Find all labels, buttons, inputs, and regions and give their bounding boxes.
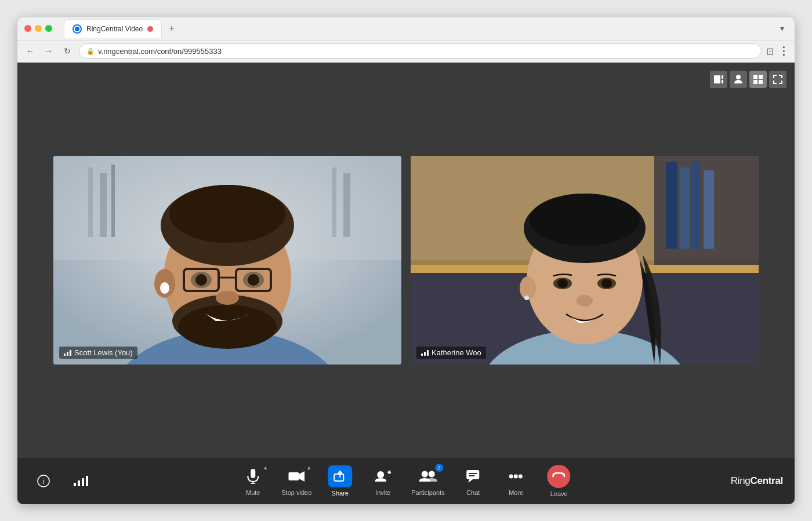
svg-rect-4 <box>111 165 115 237</box>
more-button[interactable]: More <box>502 466 531 496</box>
svg-point-63 <box>514 474 518 478</box>
speaker-view-button[interactable] <box>710 71 727 88</box>
svg-point-65 <box>557 475 561 478</box>
svg-rect-28 <box>666 162 677 249</box>
svg-point-45 <box>577 295 593 307</box>
address-bar-row: ← → ↻ 🔒 v.ringcentral.com/conf/on/999555… <box>17 41 795 63</box>
svg-text:i: i <box>43 478 45 486</box>
brand-name: RingCentral <box>731 475 783 486</box>
browser-menu-icon[interactable]: ⋮ <box>778 45 789 57</box>
katherine-signal <box>421 349 429 356</box>
fullscreen-button[interactable] <box>769 71 786 88</box>
info-button[interactable]: i <box>29 471 58 491</box>
scott-signal <box>64 349 71 356</box>
more-label: More <box>509 489 523 496</box>
svg-point-54 <box>377 471 384 478</box>
leave-label: Leave <box>550 490 568 497</box>
stop-video-icon: ▲ <box>286 466 307 487</box>
browser-window: RingCentral Video + ▾ ← → ↻ 🔒 v.ringcent… <box>17 17 795 504</box>
stop-video-chevron: ▲ <box>306 465 311 471</box>
share-button[interactable]: Share <box>325 465 354 497</box>
more-icon <box>506 466 527 487</box>
svg-point-23 <box>216 291 239 305</box>
svg-rect-31 <box>704 170 714 249</box>
svg-rect-52 <box>334 474 343 481</box>
profile-icon[interactable]: ▾ <box>776 23 788 34</box>
view-controls <box>710 71 786 88</box>
toolbar-center: ▲ Mute ▲ Stop video <box>238 465 573 497</box>
stop-video-label: Stop video <box>281 489 311 496</box>
invite-label: Invite <box>375 489 390 496</box>
svg-point-43 <box>557 279 568 288</box>
close-button[interactable] <box>24 25 31 32</box>
scott-portrait <box>53 156 401 365</box>
minimize-button[interactable] <box>35 25 42 32</box>
person-view-button[interactable] <box>730 71 747 88</box>
maximize-button[interactable] <box>45 25 52 32</box>
svg-rect-29 <box>680 167 690 249</box>
url-text: v.ringcentral.com/conf/on/999555333 <box>98 47 222 56</box>
svg-rect-48 <box>251 469 255 478</box>
address-bar[interactable]: 🔒 v.ringcentral.com/conf/on/999555333 <box>79 43 762 59</box>
participants-badge: 2 <box>435 464 443 472</box>
camera-icon[interactable]: ⊡ <box>766 46 774 57</box>
active-tab[interactable]: RingCentral Video <box>64 19 162 38</box>
leave-button[interactable]: Leave <box>545 465 574 497</box>
tab-close[interactable] <box>147 26 153 32</box>
leave-icon <box>548 465 571 488</box>
share-label: Share <box>332 490 349 497</box>
svg-rect-2 <box>88 167 93 237</box>
svg-point-57 <box>421 471 427 477</box>
forward-button[interactable]: → <box>42 44 56 58</box>
video-feed-scott: Scott Lewis (You) <box>53 156 401 365</box>
svg-point-11 <box>169 185 285 243</box>
stop-video-button[interactable]: ▲ Stop video <box>281 466 311 496</box>
svg-rect-30 <box>692 162 700 249</box>
titlebar-right: ▾ <box>776 23 788 34</box>
tab-title: RingCentral Video <box>86 25 143 33</box>
svg-point-38 <box>530 194 640 246</box>
katherine-name-tag: Katherine Woo <box>416 347 486 359</box>
svg-point-40 <box>524 296 529 300</box>
svg-rect-6 <box>343 173 350 237</box>
scott-name-tag: Scott Lewis (You) <box>59 347 137 359</box>
mute-label: Mute <box>246 489 260 496</box>
signal-strength-indicator <box>66 471 95 491</box>
mute-icon: ▲ <box>242 466 263 487</box>
participants-icon: 2 <box>418 466 438 487</box>
toolbar: i <box>17 458 795 504</box>
mute-button[interactable]: ▲ Mute <box>238 466 267 496</box>
browser-titlebar: RingCentral Video + ▾ <box>17 17 795 41</box>
svg-point-22 <box>160 282 169 294</box>
video-area: Scott Lewis (You) <box>17 63 795 504</box>
grid-view-button[interactable] <box>749 71 767 88</box>
chat-button[interactable]: Chat <box>459 466 488 496</box>
share-icon <box>328 465 352 487</box>
traffic-lights <box>24 25 52 32</box>
svg-point-62 <box>509 474 513 478</box>
katherine-portrait <box>411 156 759 365</box>
refresh-button[interactable]: ↻ <box>60 44 74 58</box>
svg-point-21 <box>248 274 259 286</box>
svg-point-44 <box>601 279 612 288</box>
svg-rect-5 <box>332 167 336 237</box>
invite-icon <box>372 466 393 487</box>
info-icon: i <box>33 471 54 491</box>
katherine-name: Katherine Woo <box>432 348 481 357</box>
svg-point-13 <box>178 305 277 349</box>
toolbar-left: i <box>29 471 95 491</box>
tab-favicon <box>72 24 82 34</box>
scott-name: Scott Lewis (You) <box>74 348 133 357</box>
back-button[interactable]: ← <box>23 44 37 58</box>
svg-point-20 <box>195 274 207 286</box>
mute-chevron: ▲ <box>263 465 268 471</box>
signal-icon <box>70 471 91 491</box>
new-tab-button[interactable]: + <box>164 21 179 36</box>
lock-icon: 🔒 <box>86 48 95 55</box>
chat-icon <box>463 466 484 487</box>
invite-button[interactable]: Invite <box>368 466 397 496</box>
svg-rect-3 <box>100 173 107 237</box>
video-feed-katherine: Katherine Woo <box>411 156 759 365</box>
participants-button[interactable]: 2 Participants <box>411 466 444 496</box>
video-feeds: Scott Lewis (You) <box>17 63 795 458</box>
